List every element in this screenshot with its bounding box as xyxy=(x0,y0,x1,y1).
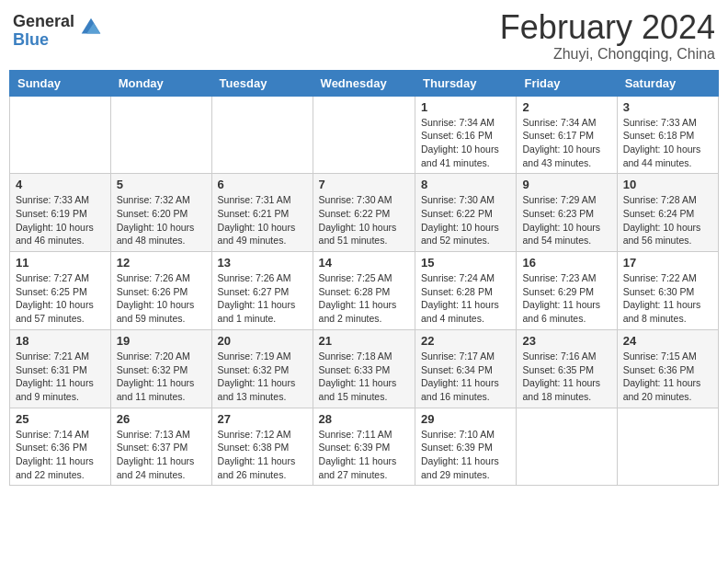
day-info: Sunrise: 7:20 AMSunset: 6:32 PMDaylight:… xyxy=(117,350,206,404)
table-row xyxy=(10,96,111,174)
table-row: 23Sunrise: 7:16 AMSunset: 6:35 PMDayligh… xyxy=(517,329,617,408)
day-info: Sunrise: 7:29 AMSunset: 6:23 PMDaylight:… xyxy=(522,193,610,247)
day-number: 18 xyxy=(16,334,105,348)
day-info: Sunrise: 7:30 AMSunset: 6:22 PMDaylight:… xyxy=(319,193,409,247)
table-row: 11Sunrise: 7:27 AMSunset: 6:25 PMDayligh… xyxy=(10,252,111,330)
day-number: 3 xyxy=(623,100,712,114)
day-number: 17 xyxy=(623,256,712,270)
calendar-week-row: 18Sunrise: 7:21 AMSunset: 6:31 PMDayligh… xyxy=(10,329,719,408)
table-row: 17Sunrise: 7:22 AMSunset: 6:30 PMDayligh… xyxy=(617,252,718,330)
day-number: 12 xyxy=(117,256,206,270)
day-info: Sunrise: 7:28 AMSunset: 6:24 PMDaylight:… xyxy=(623,193,712,247)
table-row: 13Sunrise: 7:26 AMSunset: 6:27 PMDayligh… xyxy=(211,252,313,330)
table-row: 18Sunrise: 7:21 AMSunset: 6:31 PMDayligh… xyxy=(10,329,111,408)
day-info: Sunrise: 7:31 AMSunset: 6:21 PMDaylight:… xyxy=(218,193,307,247)
day-number: 21 xyxy=(319,334,409,348)
header-saturday: Saturday xyxy=(617,70,718,96)
day-info: Sunrise: 7:33 AMSunset: 6:18 PMDaylight:… xyxy=(623,116,712,170)
table-row: 9Sunrise: 7:29 AMSunset: 6:23 PMDaylight… xyxy=(517,174,617,252)
title-area: February 2024 Zhuyi, Chongqing, China xyxy=(500,9,715,63)
day-number: 29 xyxy=(421,412,510,426)
table-row: 3Sunrise: 7:33 AMSunset: 6:18 PMDaylight… xyxy=(617,96,718,174)
header-monday: Monday xyxy=(110,70,211,96)
table-row: 24Sunrise: 7:15 AMSunset: 6:36 PMDayligh… xyxy=(617,329,718,408)
logo-general: General xyxy=(13,13,74,31)
location: Zhuyi, Chongqing, China xyxy=(500,46,715,63)
day-number: 19 xyxy=(117,334,206,348)
table-row: 4Sunrise: 7:33 AMSunset: 6:19 PMDaylight… xyxy=(10,174,111,252)
day-number: 2 xyxy=(522,100,610,114)
day-info: Sunrise: 7:12 AMSunset: 6:38 PMDaylight:… xyxy=(218,428,307,482)
day-number: 6 xyxy=(218,178,307,191)
table-row: 14Sunrise: 7:25 AMSunset: 6:28 PMDayligh… xyxy=(313,252,415,330)
calendar-week-row: 25Sunrise: 7:14 AMSunset: 6:36 PMDayligh… xyxy=(10,408,719,486)
table-row: 5Sunrise: 7:32 AMSunset: 6:20 PMDaylight… xyxy=(110,174,211,252)
day-number: 9 xyxy=(522,178,610,191)
day-number: 13 xyxy=(218,256,307,270)
day-info: Sunrise: 7:32 AMSunset: 6:20 PMDaylight:… xyxy=(117,193,206,247)
calendar-header-row: Sunday Monday Tuesday Wednesday Thursday… xyxy=(10,70,719,96)
table-row: 6Sunrise: 7:31 AMSunset: 6:21 PMDaylight… xyxy=(211,174,313,252)
day-info: Sunrise: 7:17 AMSunset: 6:34 PMDaylight:… xyxy=(421,350,510,404)
table-row xyxy=(211,96,313,174)
day-number: 16 xyxy=(522,256,610,270)
day-number: 23 xyxy=(522,334,610,348)
header-thursday: Thursday xyxy=(415,70,517,96)
day-number: 27 xyxy=(218,412,307,426)
day-info: Sunrise: 7:26 AMSunset: 6:26 PMDaylight:… xyxy=(117,271,206,326)
calendar-week-row: 4Sunrise: 7:33 AMSunset: 6:19 PMDaylight… xyxy=(10,174,719,252)
table-row: 29Sunrise: 7:10 AMSunset: 6:39 PMDayligh… xyxy=(415,408,517,486)
logo-icon xyxy=(78,15,104,40)
table-row: 7Sunrise: 7:30 AMSunset: 6:22 PMDaylight… xyxy=(313,174,415,252)
day-info: Sunrise: 7:25 AMSunset: 6:28 PMDaylight:… xyxy=(319,271,409,326)
day-info: Sunrise: 7:10 AMSunset: 6:39 PMDaylight:… xyxy=(421,428,510,482)
header-friday: Friday xyxy=(517,70,617,96)
day-info: Sunrise: 7:21 AMSunset: 6:31 PMDaylight:… xyxy=(16,350,105,404)
day-info: Sunrise: 7:13 AMSunset: 6:37 PMDaylight:… xyxy=(117,428,206,482)
table-row: 16Sunrise: 7:23 AMSunset: 6:29 PMDayligh… xyxy=(517,252,617,330)
header-tuesday: Tuesday xyxy=(211,70,313,96)
day-number: 11 xyxy=(16,256,105,270)
day-number: 15 xyxy=(421,256,510,270)
day-info: Sunrise: 7:14 AMSunset: 6:36 PMDaylight:… xyxy=(16,428,105,482)
table-row: 12Sunrise: 7:26 AMSunset: 6:26 PMDayligh… xyxy=(110,252,211,330)
table-row: 10Sunrise: 7:28 AMSunset: 6:24 PMDayligh… xyxy=(617,174,718,252)
table-row xyxy=(110,96,211,174)
day-number: 7 xyxy=(319,178,409,191)
month-year: February 2024 xyxy=(500,9,715,46)
calendar-week-row: 11Sunrise: 7:27 AMSunset: 6:25 PMDayligh… xyxy=(10,252,719,330)
day-info: Sunrise: 7:33 AMSunset: 6:19 PMDaylight:… xyxy=(16,193,105,247)
day-number: 25 xyxy=(16,412,105,426)
table-row: 27Sunrise: 7:12 AMSunset: 6:38 PMDayligh… xyxy=(211,408,313,486)
logo-blue: Blue xyxy=(13,31,74,50)
table-row: 25Sunrise: 7:14 AMSunset: 6:36 PMDayligh… xyxy=(10,408,111,486)
table-row: 26Sunrise: 7:13 AMSunset: 6:37 PMDayligh… xyxy=(110,408,211,486)
day-number: 20 xyxy=(218,334,307,348)
day-number: 1 xyxy=(421,100,510,114)
header-wednesday: Wednesday xyxy=(313,70,415,96)
day-number: 8 xyxy=(421,178,510,191)
table-row xyxy=(313,96,415,174)
day-info: Sunrise: 7:30 AMSunset: 6:22 PMDaylight:… xyxy=(421,193,510,247)
table-row: 22Sunrise: 7:17 AMSunset: 6:34 PMDayligh… xyxy=(415,329,517,408)
header-sunday: Sunday xyxy=(10,70,111,96)
day-number: 4 xyxy=(16,178,105,191)
day-info: Sunrise: 7:16 AMSunset: 6:35 PMDaylight:… xyxy=(522,350,610,404)
day-info: Sunrise: 7:27 AMSunset: 6:25 PMDaylight:… xyxy=(16,271,105,326)
calendar-week-row: 1Sunrise: 7:34 AMSunset: 6:16 PMDaylight… xyxy=(10,96,719,174)
day-info: Sunrise: 7:26 AMSunset: 6:27 PMDaylight:… xyxy=(218,271,307,326)
page-header: General Blue February 2024 Zhuyi, Chongq… xyxy=(9,9,719,63)
calendar-table: Sunday Monday Tuesday Wednesday Thursday… xyxy=(9,70,719,487)
day-number: 22 xyxy=(421,334,510,348)
day-number: 14 xyxy=(319,256,409,270)
day-info: Sunrise: 7:23 AMSunset: 6:29 PMDaylight:… xyxy=(522,271,610,326)
table-row: 21Sunrise: 7:18 AMSunset: 6:33 PMDayligh… xyxy=(313,329,415,408)
table-row: 19Sunrise: 7:20 AMSunset: 6:32 PMDayligh… xyxy=(110,329,211,408)
day-info: Sunrise: 7:15 AMSunset: 6:36 PMDaylight:… xyxy=(623,350,712,404)
table-row: 20Sunrise: 7:19 AMSunset: 6:32 PMDayligh… xyxy=(211,329,313,408)
table-row: 1Sunrise: 7:34 AMSunset: 6:16 PMDaylight… xyxy=(415,96,517,174)
logo-text: General Blue xyxy=(13,13,74,50)
day-number: 10 xyxy=(623,178,712,191)
day-info: Sunrise: 7:34 AMSunset: 6:17 PMDaylight:… xyxy=(522,116,610,170)
day-info: Sunrise: 7:24 AMSunset: 6:28 PMDaylight:… xyxy=(421,271,510,326)
